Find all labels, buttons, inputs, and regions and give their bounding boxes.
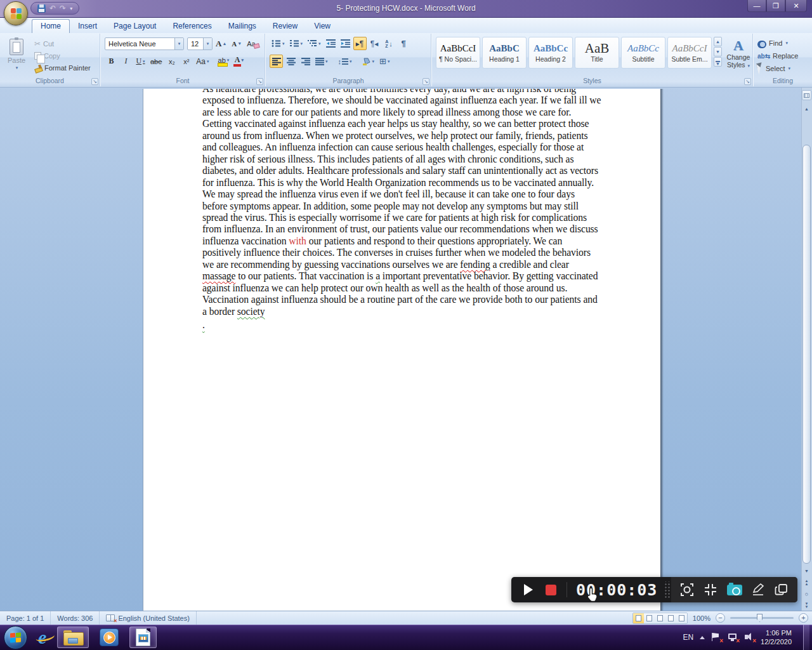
styles-gallery-up-button[interactable]: ▲ — [714, 37, 722, 46]
zoom-in-button[interactable]: + — [799, 613, 808, 623]
copy-button[interactable]: Copy — [34, 50, 91, 62]
select-button[interactable]: Select▾ — [757, 63, 798, 74]
shrink-font-button[interactable]: A▼ — [230, 37, 244, 50]
align-left-button[interactable] — [270, 55, 283, 68]
styles-gallery-more-button[interactable]: ▬▼ — [714, 57, 722, 67]
show-hide-pilcrow-button[interactable]: ¶ — [397, 37, 410, 50]
tab-view[interactable]: View — [306, 20, 339, 33]
font-color-button[interactable]: A▾ — [232, 55, 246, 68]
zoom-level[interactable]: 100% — [693, 614, 710, 622]
zoom-slider-thumb[interactable] — [757, 614, 763, 622]
collapse-toolbar-button[interactable] — [701, 580, 720, 599]
scroll-down-arrow[interactable]: ▼ — [802, 566, 811, 576]
font-dialog-launcher[interactable]: ↘ — [256, 78, 263, 85]
minimize-button[interactable]: — — [747, 0, 766, 12]
zoom-out-button[interactable]: − — [716, 613, 725, 623]
increase-indent-button[interactable] — [339, 37, 352, 50]
taskbar-media-player[interactable] — [94, 627, 124, 648]
network-status-icon[interactable]: × — [728, 633, 738, 642]
web-layout-view-button[interactable] — [655, 613, 665, 623]
tab-review[interactable]: Review — [265, 20, 306, 33]
numbering-button[interactable]: ▾ — [288, 37, 305, 50]
previous-page-button[interactable]: ▲▲ — [802, 578, 811, 588]
subscript-button[interactable]: x₂ — [165, 55, 178, 68]
find-button[interactable]: Find▾ — [757, 37, 798, 49]
format-painter-button[interactable]: Format Painter — [34, 62, 91, 74]
style-heading1[interactable]: AaBbC Heading 1 — [482, 37, 527, 69]
styles-gallery-down-button[interactable]: ▼ — [714, 47, 722, 56]
show-hidden-icons-button[interactable] — [700, 636, 705, 639]
cut-button[interactable]: ✂ Cut — [34, 37, 91, 50]
multilevel-list-button[interactable]: ▾ — [306, 37, 323, 50]
left-to-right-button[interactable]: ▸¶ — [353, 37, 367, 50]
superscript-button[interactable]: x² — [180, 55, 193, 68]
full-screen-reading-view-button[interactable] — [644, 613, 655, 623]
screenshot-camera-button[interactable] — [725, 580, 744, 599]
show-desktop-button[interactable] — [803, 625, 809, 650]
strikethrough-button[interactable]: abe — [148, 55, 164, 68]
decrease-indent-button[interactable] — [324, 37, 337, 50]
style-title[interactable]: AaB Title — [575, 37, 619, 69]
scroll-up-arrow[interactable]: ▲ — [802, 104, 811, 114]
sort-button[interactable]: AZ↓ — [383, 37, 396, 50]
document-text[interactable]: As healthcare professionals, we are on t… — [202, 89, 602, 331]
page-indicator[interactable]: Page: 1 of 1 — [0, 611, 51, 625]
office-button[interactable] — [4, 1, 28, 25]
stop-record-button[interactable] — [546, 585, 556, 595]
restore-button[interactable]: ❐ — [766, 0, 785, 12]
justify-button[interactable]: ▾ — [313, 55, 330, 68]
right-to-left-button[interactable]: ¶◂ — [368, 37, 381, 50]
grow-font-button[interactable]: A▲ — [214, 37, 228, 50]
next-page-button[interactable]: ▼▼ — [802, 600, 811, 611]
start-button[interactable] — [4, 626, 27, 649]
print-layout-view-button[interactable] — [633, 613, 644, 623]
document-page[interactable]: As healthcare professionals, we are on t… — [143, 89, 660, 611]
tab-home[interactable]: Home — [32, 19, 70, 33]
ruler-toggle-button[interactable] — [802, 90, 811, 100]
language-bar[interactable]: EN — [683, 633, 693, 642]
bold-button[interactable]: B — [105, 55, 118, 68]
word-count[interactable]: Words: 306 — [51, 611, 100, 625]
tab-mailings[interactable]: Mailings — [220, 20, 265, 33]
clipboard-dialog-launcher[interactable]: ↘ — [91, 78, 98, 85]
select-region-button[interactable] — [678, 580, 697, 599]
bullets-button[interactable]: ▾ — [270, 37, 287, 50]
drag-handle[interactable] — [664, 581, 671, 598]
font-family-select[interactable]: Helvetica Neue ▾ — [105, 37, 184, 50]
taskbar-word-document[interactable] — [129, 627, 157, 648]
font-size-select[interactable]: 12 ▾ — [187, 37, 213, 50]
tab-references[interactable]: References — [164, 20, 219, 33]
outline-view-button[interactable] — [665, 613, 676, 623]
taskbar-internet-explorer[interactable]: e — [32, 627, 52, 648]
clear-formatting-button[interactable]: Aa — [245, 37, 259, 50]
taskbar-clock[interactable]: 1:06 PM 12/2/2020 — [761, 628, 792, 646]
align-right-button[interactable] — [299, 55, 312, 68]
draw-pen-button[interactable] — [749, 580, 768, 599]
copy-capture-button[interactable] — [772, 580, 791, 599]
change-case-button[interactable]: Aa▾ — [194, 55, 211, 68]
vertical-scrollbar[interactable]: ▲ ▼ ▲▲ ○ ▼▼ — [801, 88, 812, 611]
styles-dialog-launcher[interactable]: ↘ — [744, 78, 751, 85]
line-spacing-button[interactable]: ↕ ▾ — [336, 55, 354, 68]
taskbar-windows-explorer[interactable] — [57, 627, 89, 648]
close-button[interactable]: ✕ — [785, 0, 807, 12]
underline-button[interactable]: U▾ — [134, 55, 147, 68]
borders-button[interactable]: ⊞▾ — [377, 55, 391, 68]
style-subtitle[interactable]: AaBbCc Subtitle — [621, 37, 665, 69]
replace-button[interactable]: ab⇆ Replace — [757, 50, 798, 62]
select-browse-object-button[interactable]: ○ — [802, 589, 811, 599]
text-highlight-button[interactable]: ab▾ — [216, 55, 232, 68]
proofing-status[interactable]: English (United States) — [100, 611, 197, 625]
italic-button[interactable]: I — [119, 55, 133, 68]
tab-page-layout[interactable]: Page Layout — [105, 20, 164, 33]
paragraph-dialog-launcher[interactable]: ↘ — [422, 78, 429, 85]
shading-button[interactable]: ▾ — [360, 55, 377, 68]
change-styles-button[interactable]: A Change Styles ▾ — [724, 37, 753, 70]
draft-view-button[interactable] — [676, 613, 687, 623]
style-subtle-emphasis[interactable]: AaBbCcI Subtle Em... — [667, 37, 712, 69]
style-heading2[interactable]: AaBbCc Heading 2 — [528, 37, 573, 69]
paste-button[interactable]: Paste ▾ — [3, 36, 30, 74]
volume-icon[interactable]: × — [744, 633, 754, 642]
align-center-button[interactable] — [284, 55, 298, 68]
style-no-spacing[interactable]: AaBbCcI ¶ No Spaci... — [436, 37, 480, 69]
